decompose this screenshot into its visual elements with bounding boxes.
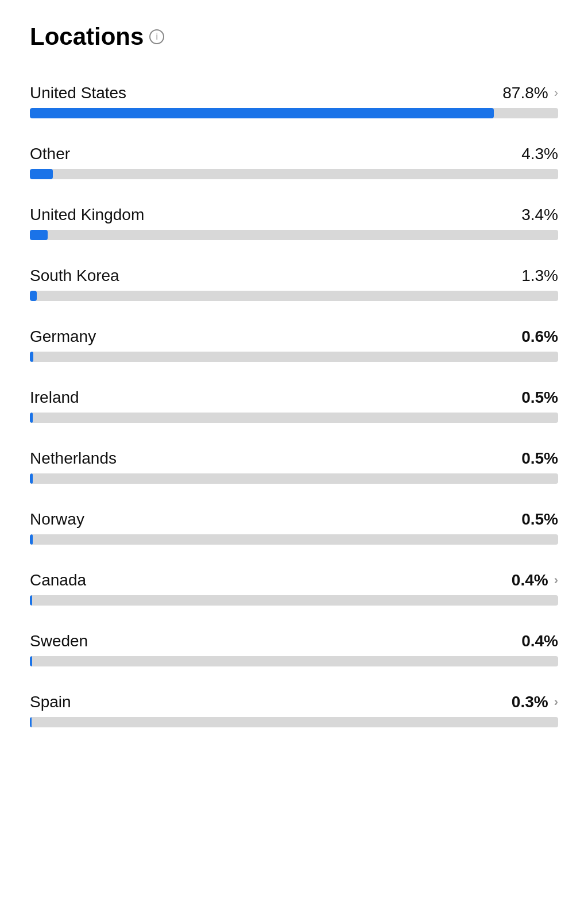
- location-row: Netherlands0.5%: [30, 449, 558, 468]
- progress-bar-fill: [30, 473, 33, 484]
- location-name: Netherlands: [30, 449, 117, 468]
- location-row: South Korea1.3%: [30, 267, 558, 285]
- list-item: Sweden0.4%: [30, 619, 558, 680]
- location-row: Canada0.4%›: [30, 571, 558, 589]
- location-name: Norway: [30, 510, 84, 529]
- progress-bar-fill: [30, 169, 53, 179]
- page-header: Locations i: [30, 23, 558, 51]
- progress-bar-track: [30, 169, 558, 179]
- progress-bar-track: [30, 413, 558, 423]
- progress-bar-track: [30, 717, 558, 727]
- location-row: Germany0.6%: [30, 327, 558, 346]
- info-icon[interactable]: i: [149, 29, 164, 44]
- location-row: Norway0.5%: [30, 510, 558, 529]
- list-item: Norway0.5%: [30, 498, 558, 558]
- location-percentage: 0.4%: [521, 632, 558, 650]
- progress-bar-track: [30, 656, 558, 666]
- list-item: South Korea1.3%: [30, 254, 558, 315]
- chevron-right-icon[interactable]: ›: [554, 695, 558, 710]
- progress-bar-track: [30, 291, 558, 301]
- page-title: Locations: [30, 23, 144, 51]
- location-percentage: 0.5%: [521, 388, 558, 407]
- location-row: United States87.8%›: [30, 84, 558, 102]
- progress-bar-fill: [30, 230, 48, 240]
- list-item: Other4.3%: [30, 132, 558, 193]
- list-item[interactable]: Spain0.3%›: [30, 680, 558, 741]
- progress-bar-fill: [30, 291, 37, 301]
- location-name: Sweden: [30, 632, 88, 650]
- location-percentage: 0.6%: [521, 327, 558, 346]
- location-name: Spain: [30, 693, 71, 711]
- progress-bar-fill: [30, 534, 33, 545]
- progress-bar-track: [30, 108, 558, 118]
- list-item: Germany0.6%: [30, 315, 558, 376]
- location-row: United Kingdom3.4%: [30, 206, 558, 224]
- location-row: Ireland0.5%: [30, 388, 558, 407]
- progress-bar-fill: [30, 717, 32, 727]
- location-name: United Kingdom: [30, 206, 144, 224]
- location-percentage: 0.3%›: [512, 693, 558, 711]
- list-item: United Kingdom3.4%: [30, 193, 558, 254]
- location-name: United States: [30, 84, 126, 102]
- progress-bar-fill: [30, 595, 32, 606]
- chevron-right-icon[interactable]: ›: [554, 573, 558, 588]
- list-item[interactable]: Canada0.4%›: [30, 558, 558, 619]
- location-percentage: 0.4%›: [512, 571, 558, 589]
- list-item: Ireland0.5%: [30, 376, 558, 437]
- progress-bar-fill: [30, 108, 494, 118]
- location-name: Other: [30, 145, 70, 163]
- location-percentage: 0.5%: [521, 449, 558, 468]
- progress-bar-track: [30, 473, 558, 484]
- location-list: United States87.8%›Other4.3%United Kingd…: [30, 71, 558, 741]
- progress-bar-fill: [30, 656, 32, 666]
- progress-bar-track: [30, 534, 558, 545]
- list-item[interactable]: United States87.8%›: [30, 71, 558, 132]
- location-percentage: 87.8%›: [502, 84, 558, 102]
- location-name: Germany: [30, 327, 96, 346]
- progress-bar-track: [30, 230, 558, 240]
- progress-bar-track: [30, 595, 558, 606]
- location-percentage: 0.5%: [521, 510, 558, 529]
- info-icon-label: i: [156, 32, 158, 42]
- location-percentage: 4.3%: [521, 145, 558, 163]
- list-item: Netherlands0.5%: [30, 437, 558, 498]
- location-name: Canada: [30, 571, 86, 589]
- location-row: Spain0.3%›: [30, 693, 558, 711]
- progress-bar-track: [30, 352, 558, 362]
- location-row: Sweden0.4%: [30, 632, 558, 650]
- chevron-right-icon[interactable]: ›: [554, 86, 558, 101]
- location-row: Other4.3%: [30, 145, 558, 163]
- location-percentage: 3.4%: [521, 206, 558, 224]
- location-percentage: 1.3%: [521, 267, 558, 285]
- location-name: Ireland: [30, 388, 79, 407]
- progress-bar-fill: [30, 413, 33, 423]
- progress-bar-fill: [30, 352, 33, 362]
- location-name: South Korea: [30, 267, 119, 285]
